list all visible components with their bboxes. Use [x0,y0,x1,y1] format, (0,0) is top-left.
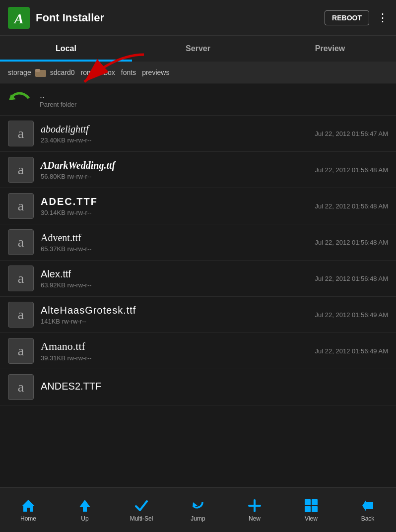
reboot-button[interactable]: REBOOT [325,10,369,25]
main-content: Local Server Preview storage sdcard0 rom… [0,36,396,487]
file-meta: 141KB rw-rw-r-- [41,318,315,325]
app-bar: A Font Installer REBOOT ⋮ [0,0,396,36]
file-row[interactable]: aADEC.TTF30.14KB rw-rw-r--Jul 22, 2012 0… [0,188,396,224]
file-name: AlteHaasGrotesk.ttf [41,305,315,316]
file-meta: 23.40KB rw-rw-r-- [41,136,315,144]
more-options-icon[interactable]: ⋮ [377,11,388,24]
file-icon-box: a [8,157,34,183]
back-folder-icon [8,88,34,110]
file-row[interactable]: aADarkWedding.ttf56.80KB rw-rw-r--Jul 22… [0,152,396,188]
file-name: Amano.ttf [41,340,315,353]
nav-new-label: New [249,515,261,522]
nav-up[interactable]: Up [57,488,113,532]
breadcrumb-bar: storage sdcard0 romtoolbox fonts preview… [0,62,396,83]
nav-home-label: Home [20,515,36,522]
file-date: Jul 22, 2012 01:56:48 AM [315,275,388,282]
file-date: Jul 22, 2012 01:56:48 AM [315,166,388,174]
nav-multisel[interactable]: Multi-Sel [113,488,170,532]
file-name: abodelighttf [41,124,315,135]
bottom-nav: Home Up Multi-Sel Jump New Vie [0,487,396,532]
jump-icon [191,498,205,513]
file-name: Advent.ttf [41,232,315,244]
file-info: ANDES2.TTF [41,381,388,394]
file-icon-box: a [8,121,34,146]
nav-view[interactable]: View [283,488,339,532]
file-info: Amano.ttf39.31KB rw-rw-r-- [41,340,315,362]
file-name: Alex.ttf [41,268,315,280]
nav-up-label: Up [81,515,88,522]
breadcrumb-fonts[interactable]: fonts [119,67,138,77]
file-meta: 56.80KB rw-rw-r-- [41,173,315,180]
file-info: Advent.ttf65.37KB rw-rw-r-- [41,232,315,253]
view-icon [304,498,319,513]
file-icon-box: a [8,302,34,328]
file-date: Jul 22, 2012 01:56:48 AM [315,202,388,210]
file-icon-box: a [8,193,34,219]
tab-bar: Local Server Preview [0,36,396,62]
file-rows-container: aabodelighttf23.40KB rw-rw-r--Jul 22, 20… [0,116,396,405]
breadcrumb-sdcard0[interactable]: sdcard0 [48,67,77,77]
file-row[interactable]: aAlteHaasGrotesk.ttf141KB rw-rw-r--Jul 2… [0,297,396,333]
file-info: Alex.ttf63.92KB rw-rw-r-- [41,268,315,289]
nav-back-label: Back [361,515,375,522]
home-icon [21,498,36,513]
file-icon-box: a [8,266,34,291]
svg-rect-12 [312,499,318,505]
nav-back[interactable]: Back [339,488,396,532]
file-meta: 30.14KB rw-rw-r-- [41,209,315,216]
file-info: ADEC.TTF30.14KB rw-rw-r-- [41,196,315,216]
svg-marker-7 [79,500,90,512]
nav-new[interactable]: New [226,488,283,532]
file-meta: 63.92KB rw-rw-r-- [41,281,315,289]
tab-active-indicator [0,60,132,62]
parent-folder-text: .. Parent folder [40,90,76,108]
file-date: Jul 22, 2012 01:56:49 AM [315,311,388,319]
nav-jump-label: Jump [191,515,205,522]
back-icon [360,498,375,513]
app-logo-icon: A [8,7,30,29]
checkmark-icon [134,498,149,513]
file-icon-box: a [8,338,34,364]
tab-local[interactable]: Local [0,36,132,62]
breadcrumb-romtoolbox[interactable]: romtoolbox [79,67,117,77]
file-icon-box: a [8,374,34,400]
file-info: AlteHaasGrotesk.ttf141KB rw-rw-r-- [41,305,315,325]
svg-marker-15 [362,500,373,512]
svg-rect-13 [305,506,311,512]
nav-view-label: View [305,515,318,522]
nav-home[interactable]: Home [0,488,57,532]
tab-preview[interactable]: Preview [264,36,396,62]
new-icon [247,498,262,513]
file-meta: 65.37KB rw-rw-r-- [41,245,315,253]
breadcrumb-previews[interactable]: previews [140,67,171,77]
file-info: ADarkWedding.ttf56.80KB rw-rw-r-- [41,160,315,180]
folder-icon [35,68,46,77]
svg-rect-11 [305,499,311,505]
file-name: ADarkWedding.ttf [41,160,315,171]
file-row[interactable]: aAmano.ttf39.31KB rw-rw-r--Jul 22, 2012 … [0,333,396,369]
file-date: Jul 22, 2012 01:56:48 AM [315,239,388,246]
app-title: Font Installer [36,11,325,24]
up-icon [77,498,92,513]
file-date: Jul 22, 2012 01:56:47 AM [315,130,388,137]
file-list: .. Parent folder aabodelighttf23.40KB rw… [0,83,396,487]
tab-server[interactable]: Server [132,36,264,62]
breadcrumb-storage[interactable]: storage [6,67,33,77]
svg-rect-4 [35,69,40,72]
file-row[interactable]: aabodelighttf23.40KB rw-rw-r--Jul 22, 20… [0,116,396,152]
file-date: Jul 22, 2012 01:56:49 AM [315,347,388,355]
file-name: ANDES2.TTF [41,381,388,392]
svg-marker-6 [22,500,35,512]
file-info: abodelighttf23.40KB rw-rw-r-- [41,124,315,144]
file-row[interactable]: aAdvent.ttf65.37KB rw-rw-r--Jul 22, 2012… [0,224,396,261]
svg-marker-8 [193,502,198,507]
file-name: ADEC.TTF [41,196,315,207]
nav-multisel-label: Multi-Sel [130,515,153,522]
file-row[interactable]: aANDES2.TTF [0,369,396,405]
nav-jump[interactable]: Jump [170,488,226,532]
file-icon-box: a [8,229,34,255]
file-row[interactable]: aAlex.ttf63.92KB rw-rw-r--Jul 22, 2012 0… [0,261,396,297]
svg-text:A: A [13,11,24,26]
parent-folder-row[interactable]: .. Parent folder [0,83,396,116]
svg-rect-14 [312,506,318,512]
